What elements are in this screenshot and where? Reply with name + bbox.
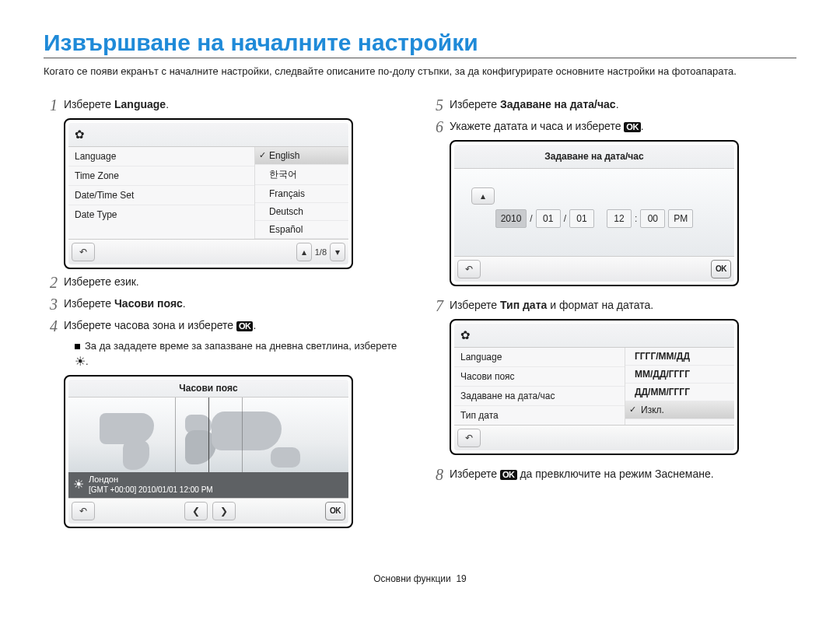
world-map[interactable] [68, 398, 348, 472]
step-text: Изберете [450, 98, 500, 110]
ok-icon: OK [236, 321, 254, 331]
step-number: 6 [429, 118, 450, 135]
page-up-icon[interactable]: ▴ [296, 243, 312, 261]
step-text: Изберете [450, 299, 500, 311]
step-number: 2 [44, 274, 64, 291]
timezone-screen: Часови пояс ☀ [64, 375, 353, 527]
title-rule [44, 58, 796, 58]
right-column: 5 Изберете Задаване на дата/час. 6 Укаже… [429, 93, 796, 533]
page-indicator-text: 1/8 [315, 247, 327, 257]
page-footer: Основни функции 19 [44, 573, 796, 584]
footer-page: 19 [456, 573, 466, 584]
step-6: 6 Укажете датата и часа и изберете OK. [429, 118, 796, 135]
timezone-title: Часови пояс [68, 380, 348, 398]
hour-field[interactable]: 12 [607, 209, 632, 228]
step-8: 8 Изберете OK да превключите на режим За… [429, 466, 796, 483]
lang-option-german[interactable]: Deutsch [255, 203, 348, 221]
menu-item-datetype[interactable]: Date Type [68, 205, 254, 224]
next-button[interactable]: ❯ [212, 502, 236, 520]
substep-suffix: . [86, 356, 89, 367]
sun-icon: ☀ [73, 477, 84, 492]
timezone-detail: [GMT +00:00] 2010/01/01 12:00 PM [89, 485, 213, 494]
step-text-suffix: . [641, 120, 644, 132]
step-text-suffix: да превключите на режим Заснемане. [517, 468, 714, 480]
language-screen: ✿ Language Time Zone Date/Time Set Date … [64, 118, 353, 269]
step-bold: Часови пояс [114, 297, 183, 310]
step-text-suffix: и формат на датата. [547, 299, 653, 311]
step-text: Изберете език. [64, 274, 139, 288]
step-7: 7 Изберете Тип дата и формат на датата. [429, 297, 796, 314]
lang-option-french[interactable]: Français [255, 185, 348, 203]
menu-item-datetimeset[interactable]: Задаване на дата/час [454, 387, 625, 406]
datetype-screen: ✿ Language Часови пояс Задаване на дата/… [450, 319, 739, 455]
step-text-suffix: . [253, 319, 256, 331]
footer-section: Основни функции [373, 573, 451, 584]
step-4: 4 Изберете часова зона и изберете OK. [44, 317, 411, 335]
step-number: 4 [44, 317, 64, 335]
step-bold: Тип дата [500, 299, 547, 311]
substep-text: За да зададете време за запазване на дне… [85, 340, 397, 352]
menu-item-language[interactable]: Language [68, 147, 254, 166]
menu-item-datetype[interactable]: Тип дата [454, 406, 625, 425]
year-field[interactable]: 2010 [495, 209, 527, 228]
bullet-icon [75, 344, 80, 349]
day-field[interactable]: 01 [569, 209, 594, 228]
value-up-button[interactable]: ▴ [471, 187, 495, 205]
datetime-title: Задаване на дата/час [459, 151, 730, 162]
separator: : [635, 213, 637, 224]
ok-button[interactable]: OK [711, 260, 731, 278]
step-text: Изберете часова зона и изберете [64, 319, 236, 331]
back-button[interactable]: ↶ [457, 260, 481, 278]
page-title: Извършване на началните настройки [44, 30, 796, 56]
step-number: 7 [429, 297, 450, 314]
gear-icon: ✿ [73, 128, 86, 141]
page-down-icon[interactable]: ▾ [330, 243, 345, 261]
back-button[interactable]: ↶ [72, 243, 95, 261]
step-text-suffix: . [183, 297, 186, 310]
step-number: 3 [44, 296, 64, 313]
ok-icon: OK [624, 122, 641, 132]
prev-button[interactable]: ❮ [184, 502, 208, 520]
ok-button[interactable]: OK [325, 502, 345, 520]
step-text: Изберете [64, 297, 114, 310]
step-text: Изберете [64, 98, 114, 110]
intro-text: Когато се появи екранът с началните наст… [44, 65, 796, 79]
step-4-sub: За да зададете време за запазване на дне… [75, 339, 411, 371]
step-number: 8 [429, 466, 450, 483]
page-indicator: ▴ 1/8 ▾ [296, 243, 345, 261]
datetype-option-off[interactable]: Изкл. [625, 401, 734, 419]
ok-icon: OK [500, 470, 517, 480]
menu-item-timezone[interactable]: Time Zone [68, 166, 254, 186]
lang-option-spanish[interactable]: Español [255, 221, 348, 239]
step-5: 5 Изберете Задаване на дата/час. [429, 96, 796, 114]
step-3: 3 Изберете Часови пояс. [44, 296, 411, 313]
timezone-info: ☀ Лондон [GMT +00:00] 2010/01/01 12:00 P… [68, 472, 348, 497]
timezone-city: Лондон [89, 475, 118, 484]
step-text-suffix: . [166, 98, 169, 110]
menu-item-datetimeset[interactable]: Date/Time Set [68, 186, 254, 205]
menu-item-timezone[interactable]: Часови пояс [454, 367, 625, 387]
step-number: 1 [44, 96, 64, 114]
back-button[interactable]: ↶ [457, 429, 481, 447]
step-bold: Задаване на дата/час [500, 98, 616, 110]
month-field[interactable]: 01 [536, 209, 561, 228]
datetype-option-mdy[interactable]: ММ/ДД/ГГГГ [625, 366, 734, 384]
left-column: 1 Изберете Language. ✿ Language Time Zon… [44, 93, 411, 533]
step-2: 2 Изберете език. [44, 274, 411, 291]
lang-option-english[interactable]: English [255, 147, 348, 165]
lang-option-korean[interactable]: 한국어 [255, 165, 348, 185]
sun-icon: ☀ [75, 355, 86, 368]
back-button[interactable]: ↶ [72, 502, 95, 520]
menu-item-language[interactable]: Language [454, 348, 625, 367]
separator: / [564, 213, 566, 224]
gear-icon: ✿ [459, 329, 471, 342]
step-number: 5 [429, 96, 450, 114]
datetype-option-ymd[interactable]: ГГГГ/ММ/ДД [625, 348, 734, 366]
datetime-screen: Задаване на дата/час ▴ 2010 / 01 / 01 12 [450, 140, 739, 286]
step-bold: Language [114, 98, 166, 110]
step-1: 1 Изберете Language. [44, 96, 411, 114]
step-text: Укажете датата и часа и изберете [450, 120, 624, 132]
ampm-field[interactable]: PM [668, 209, 693, 228]
minute-field[interactable]: 00 [640, 209, 665, 228]
datetype-option-dmy[interactable]: ДД/ММ/ГГГГ [625, 384, 734, 401]
